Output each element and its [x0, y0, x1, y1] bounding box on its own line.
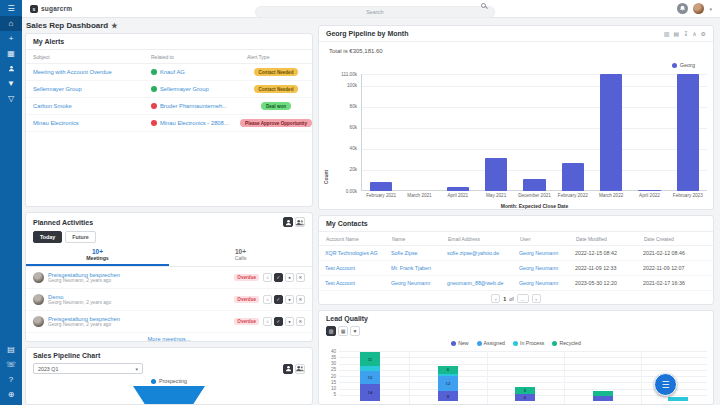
contacts-icon[interactable]	[0, 61, 22, 76]
sales-pipeline-legend[interactable]: Prospecting	[26, 377, 312, 385]
contact-cell-link[interactable]: Test Account	[325, 280, 355, 286]
call-icon[interactable]: ●	[285, 317, 294, 326]
held-icon[interactable]: ✓	[274, 295, 283, 304]
contact-cell-link[interactable]: Sofie Zipse	[391, 250, 418, 256]
alert-related-link[interactable]: Sellermayer Group	[160, 86, 209, 92]
bar[interactable]	[677, 74, 699, 191]
stacked-bar[interactable]: 56	[515, 387, 535, 401]
collapse-icon[interactable]: ∧	[692, 30, 696, 37]
my-items-button[interactable]	[283, 217, 293, 227]
help-icon[interactable]: ?	[0, 372, 22, 387]
today-filter-button[interactable]: Today	[33, 231, 62, 243]
column-header[interactable]: Email Address	[441, 236, 513, 242]
bar-chart-icon[interactable]: ▥	[326, 326, 336, 336]
download-icon[interactable]: ↧	[683, 30, 688, 37]
column-header[interactable]: User	[513, 236, 569, 242]
alert-related-link[interactable]: Minau Electronics - 2808...	[160, 120, 229, 126]
column-header[interactable]: Date Created	[637, 236, 713, 242]
quick-actions-fab[interactable]: ☰	[654, 373, 677, 396]
tab-calls[interactable]: 10+Calls	[169, 246, 312, 266]
bar[interactable]	[638, 190, 660, 191]
sugarcrm-logo[interactable]: s sugarcrm	[30, 5, 72, 13]
alert-subject-link[interactable]: Carbon Smoke	[33, 103, 72, 109]
alert-subject-link[interactable]: Minau Electronics	[33, 120, 79, 126]
column-header[interactable]: Account Name	[319, 236, 385, 242]
column-header[interactable]: Alert Type	[240, 54, 312, 60]
held-icon[interactable]: ✓	[274, 273, 283, 282]
legend-item[interactable]: New	[451, 340, 468, 346]
contact-cell-link[interactable]: Georg Neumann	[519, 250, 558, 256]
skip-icon[interactable]: ○	[263, 295, 272, 304]
stacked-bar[interactable]	[668, 397, 688, 401]
chat-icon[interactable]: ☏	[0, 357, 22, 372]
calendar-icon[interactable]: ▦	[0, 46, 22, 61]
call-icon[interactable]: ●	[285, 295, 294, 304]
chart-type-icon[interactable]: ▥	[664, 30, 670, 37]
settings-icon[interactable]: ⚙	[701, 30, 706, 37]
my-items-button[interactable]	[283, 364, 293, 374]
column-header[interactable]: Date Modified	[569, 236, 637, 242]
held-icon[interactable]: ✓	[274, 317, 283, 326]
column-header[interactable]: Name	[385, 236, 441, 242]
menu-icon[interactable]: ☰	[0, 1, 22, 16]
column-header[interactable]: Related to	[144, 54, 240, 60]
funnel-chart-segment[interactable]	[133, 386, 205, 405]
future-filter-button[interactable]: Future	[65, 231, 95, 243]
notifications-button[interactable]	[677, 3, 688, 14]
pipeline-legend[interactable]: Georg	[672, 62, 695, 68]
funnel-icon[interactable]: ▼	[350, 326, 360, 336]
contact-cell-link[interactable]: Georg Neumann	[519, 280, 558, 286]
filter-icon[interactable]: ▼	[0, 76, 22, 91]
contact-cell-link[interactable]: gneumann_88@web.de	[447, 280, 503, 286]
stacked-bar[interactable]: 111014	[360, 352, 380, 401]
alert-related-link[interactable]: Knauf AG	[160, 69, 185, 75]
legend-item[interactable]: Assigned	[477, 340, 505, 346]
favorite-star-icon[interactable]: ★	[111, 22, 117, 29]
legend-item[interactable]: Recycled	[552, 340, 580, 346]
alert-subject-link[interactable]: Sellermayer Group	[33, 86, 82, 92]
bar[interactable]	[447, 187, 469, 191]
skip-icon[interactable]: ○	[263, 273, 272, 282]
prev-page-button[interactable]: ‹	[491, 294, 500, 303]
skip-icon[interactable]: ○	[263, 317, 272, 326]
create-icon[interactable]: +	[0, 31, 22, 46]
settings-globe-icon[interactable]: ⊕	[0, 387, 22, 402]
team-items-button[interactable]	[295, 217, 305, 227]
tab-meetings[interactable]: 10+Meetings	[26, 246, 169, 266]
close-icon[interactable]: ✕	[296, 295, 305, 304]
team-items-button[interactable]	[295, 364, 305, 374]
page-count-button[interactable]: ...	[517, 294, 529, 303]
legend-item[interactable]: In Process	[513, 340, 545, 346]
contact-cell-link[interactable]: XQR Technologies AG	[325, 250, 378, 256]
caret-down-icon[interactable]: ▾	[709, 6, 712, 12]
column-header[interactable]: Subject	[26, 54, 144, 60]
bar[interactable]	[523, 179, 545, 191]
bar[interactable]	[562, 163, 584, 191]
call-icon[interactable]: ●	[285, 273, 294, 282]
close-icon[interactable]: ✕	[296, 273, 305, 282]
bar[interactable]	[485, 158, 507, 191]
contact-cell-link[interactable]: Georg Neumann	[519, 265, 558, 271]
legend-dot-icon	[151, 379, 156, 384]
close-icon[interactable]: ✕	[296, 317, 305, 326]
next-page-button[interactable]: ›	[532, 294, 541, 303]
bar[interactable]	[370, 182, 392, 191]
pipeline-icon[interactable]: ▽	[0, 91, 22, 106]
bar[interactable]	[600, 74, 622, 191]
user-avatar[interactable]	[693, 3, 704, 14]
home-icon[interactable]: ⌂	[0, 16, 22, 31]
stacked-bar[interactable]	[593, 391, 613, 401]
report-icon[interactable]: ▤	[674, 30, 680, 37]
alert-subject-link[interactable]: Meeting with Account Overdue	[33, 69, 112, 75]
period-select[interactable]: 2023 Q1 ▾	[33, 363, 143, 374]
alert-related-link[interactable]: Broder Pharmaunterneh...	[160, 103, 227, 109]
contact-cell-link[interactable]: sofie.zipse@yahoo.de	[447, 250, 499, 256]
contact-cell-link[interactable]: Georg Neumann	[391, 280, 430, 286]
more-meetings-link[interactable]: More meetings...	[26, 333, 312, 342]
search-input[interactable]	[255, 6, 495, 18]
contact-cell-link[interactable]: Mr. Frank Tjaben	[391, 265, 431, 271]
stacked-bar[interactable]: 6128	[438, 366, 458, 401]
table-view-icon[interactable]: ▦	[338, 326, 348, 336]
reports-icon[interactable]: ▤	[0, 342, 22, 357]
contact-cell-link[interactable]: Test Account	[325, 265, 355, 271]
